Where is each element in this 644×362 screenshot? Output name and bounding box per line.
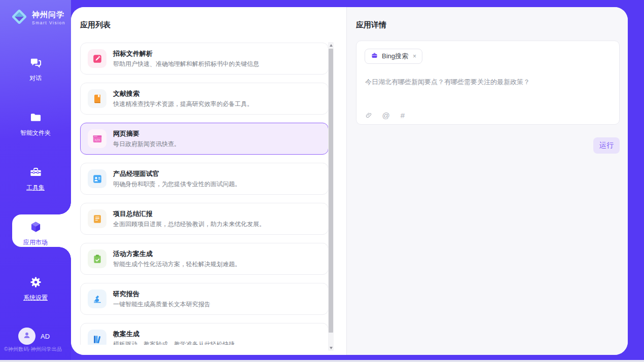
- clipboard-check-icon: [92, 254, 103, 265]
- book-icon: [92, 93, 103, 104]
- cube-icon: [29, 220, 43, 236]
- copyright-footer: ©神州数码·神州问学出品: [4, 346, 71, 353]
- app-desc: 智能生成个性化活动方案，轻松解决规划难题。: [113, 260, 241, 269]
- tool-tag-close-icon[interactable]: ×: [413, 53, 416, 60]
- app-list-panel: 应用列表 招标文件解析 帮助用户快速、准确地理解和解析招标书中的关键信息 文献搜…: [71, 7, 346, 355]
- paperclip-icon[interactable]: [365, 112, 373, 119]
- tool-tag-bing-search[interactable]: Bing搜索 ×: [365, 49, 422, 64]
- webpage-code-icon: </>: [92, 133, 103, 144]
- app-card-6[interactable]: 活动方案生成 智能生成个性化活动方案，轻松解决规划难题。: [80, 243, 329, 275]
- app-card-4[interactable]: 产品经理面试官 明确身份和职责，为您提供专业性的面试问题。: [80, 163, 329, 195]
- main-content-frame: 应用列表 招标文件解析 帮助用户快速、准确地理解和解析招标书中的关键信息 文献搜…: [71, 7, 628, 355]
- app-detail-title: 应用详情: [356, 20, 386, 30]
- app-name: 活动方案生成: [113, 249, 241, 259]
- sidebar: 神州问学 Smart Vision 对话 智能文件夹: [0, 0, 71, 362]
- user-profile[interactable]: AD: [18, 328, 50, 345]
- svg-text:</>: </>: [94, 138, 100, 141]
- app-card-3[interactable]: </> 网页摘要 每日政府新闻资讯快查。: [80, 123, 329, 155]
- app-icon-tile: [88, 49, 106, 68]
- app-name: 产品经理面试官: [113, 169, 241, 178]
- person-icon: [22, 330, 32, 342]
- sidebar-item-smart-folder[interactable]: 智能文件夹: [0, 111, 71, 137]
- user-initials: AD: [41, 333, 50, 340]
- app-screen: 应用列表 招标文件解析 帮助用户快速、准确地理解和解析招标书中的关键信息 文献搜…: [0, 0, 644, 362]
- tool-tag-label: Bing搜索: [382, 52, 408, 61]
- sidebar-item-label: 应用市场: [23, 238, 48, 247]
- app-desc: 一键智能生成高质量长文本研究报告: [113, 300, 210, 309]
- query-text[interactable]: 今日湖北有哪些新闻要点？有哪些需要关注的最新政策？: [365, 78, 609, 87]
- run-button[interactable]: 运行: [593, 137, 620, 154]
- sidebar-item-label: 对话: [29, 74, 42, 83]
- app-name: 研究报告: [113, 289, 210, 299]
- app-name: 文献搜索: [113, 89, 253, 98]
- interviewer-icon: [92, 173, 103, 185]
- app-card-8[interactable]: 教案生成 模板驱动，教案秒成，教学准备从此轻松快捷: [80, 323, 329, 345]
- app-logo: 神州问学 Smart Vision: [10, 8, 65, 28]
- sidebar-item-settings[interactable]: 系统设置: [0, 275, 71, 302]
- app-name: 招标文件解析: [113, 49, 259, 58]
- folder-icon: [29, 111, 43, 126]
- app-icon-tile: [88, 289, 106, 308]
- app-card-1[interactable]: 招标文件解析 帮助用户快速、准确地理解和解析招标书中的关键信息: [80, 43, 329, 75]
- avatar: [18, 328, 35, 345]
- document-pen-icon: [92, 53, 103, 64]
- sidebar-item-label: 系统设置: [23, 294, 48, 302]
- window-bottom-edge: [0, 360, 644, 362]
- app-name: 项目总结汇报: [113, 209, 265, 219]
- sidebar-item-app-market[interactable]: 应用市场: [0, 220, 71, 247]
- briefcase-icon: [371, 52, 378, 61]
- app-card-7[interactable]: 研究报告 一键智能生成高质量长文本研究报告: [80, 283, 329, 315]
- sidebar-item-label: 工具集: [26, 184, 45, 192]
- toolbox-icon: [29, 165, 43, 181]
- prompt-card: Bing搜索 × 今日湖北有哪些新闻要点？有哪些需要关注的最新政策？ @ #: [356, 41, 620, 125]
- logo-title: 神州问学: [32, 10, 65, 20]
- scroll-down-arrow-icon[interactable]: [328, 345, 334, 351]
- books-icon: [92, 334, 103, 345]
- sidebar-item-label: 智能文件夹: [20, 129, 51, 137]
- sidebar-item-chat[interactable]: 对话: [0, 56, 71, 83]
- report-note-icon: [92, 213, 103, 225]
- app-icon-tile: [88, 330, 106, 345]
- chat-icon: [29, 56, 43, 71]
- logo-subtitle: Smart Vision: [32, 20, 65, 25]
- app-name: 教案生成: [113, 330, 235, 339]
- app-name: 网页摘要: [113, 129, 180, 138]
- mention-icon[interactable]: @: [382, 111, 390, 120]
- app-desc: 快速精准查找学术资源，提高研究效率的必备工具。: [113, 100, 253, 108]
- app-list: 招标文件解析 帮助用户快速、准确地理解和解析招标书中的关键信息 文献搜索 快速精…: [80, 43, 329, 345]
- app-desc: 帮助用户快速、准确地理解和解析招标书中的关键信息: [113, 60, 259, 68]
- app-icon-tile: </>: [88, 129, 106, 148]
- scrollbar-thumb[interactable]: [329, 49, 333, 333]
- app-desc: 明确身份和职责，为您提供专业性的面试问题。: [113, 180, 241, 189]
- attach-toolbar: @ #: [365, 111, 407, 120]
- scroll-up-arrow-icon[interactable]: [328, 42, 334, 48]
- gear-icon: [29, 275, 43, 291]
- app-icon-tile: [88, 209, 106, 228]
- app-detail-panel: 应用详情 Bing搜索 × 今日湖北有哪些新闻要点？有哪些需要关注的最新政策？ …: [346, 7, 628, 355]
- sidebar-item-toolset[interactable]: 工具集: [0, 165, 71, 192]
- app-icon-tile: [88, 89, 106, 108]
- microscope-icon: [92, 294, 103, 305]
- hash-icon[interactable]: #: [399, 111, 407, 120]
- app-icon-tile: [88, 249, 106, 268]
- app-desc: 全面回顾项目进展，总结经验教训，助力未来优化发展。: [113, 220, 265, 229]
- diamond-logo-icon: [10, 8, 28, 28]
- app-list-scrollbar[interactable]: [328, 42, 334, 351]
- app-list-title: 应用列表: [80, 20, 111, 30]
- app-desc: 每日政府新闻资讯快查。: [113, 140, 180, 149]
- app-icon-tile: [88, 169, 106, 188]
- app-card-5[interactable]: 项目总结汇报 全面回顾项目进展，总结经验教训，助力未来优化发展。: [80, 203, 329, 235]
- app-desc: 模板驱动，教案秒成，教学准备从此轻松快捷: [113, 340, 235, 345]
- app-card-2[interactable]: 文献搜索 快速精准查找学术资源，提高研究效率的必备工具。: [80, 83, 329, 115]
